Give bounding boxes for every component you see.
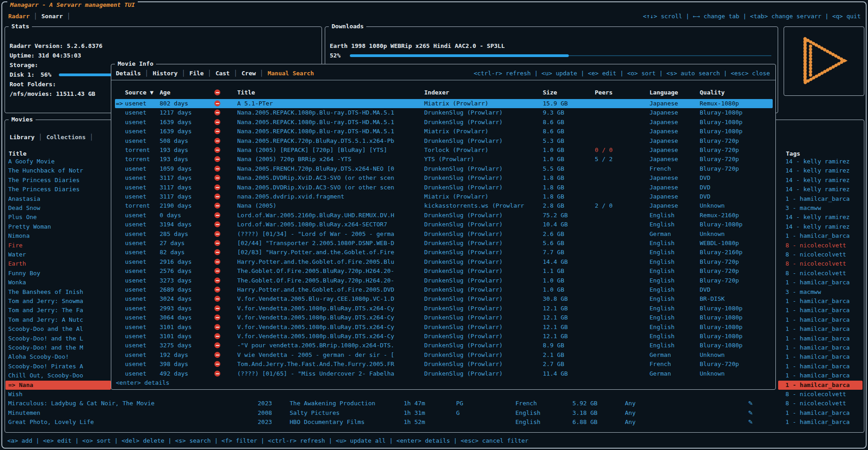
age-column-header[interactable]: Age [160, 88, 170, 97]
release-source: torrent [125, 201, 150, 210]
release-row[interactable]: usenet492 days(????) [01/65] - "Miss Und… [115, 369, 773, 378]
download-percent: 52% [330, 52, 340, 59]
movie-title: The Princess Diaries [8, 185, 80, 194]
release-row[interactable]: usenet1217 daysNana.2005.REPACK.1080p.Bl… [115, 108, 773, 117]
release-row[interactable]: usenet82 days[02/83] "Harry.Potter.and.t… [115, 248, 773, 257]
movie-tag: 14 - kelly ramirez [785, 222, 850, 231]
release-row[interactable]: usenet3064 daysV.for.Vendetta.2005.1080p… [115, 313, 773, 322]
movie-row[interactable]: Great Photo, Lovely Life2023HBO Document… [5, 418, 863, 427]
tab-history[interactable]: History [153, 70, 178, 77]
release-quality: DVD [700, 192, 710, 201]
indexer-column-header[interactable]: Indexer [424, 88, 449, 97]
release-row[interactable]: usenet3101 daysV.for.Vendetta.2005.1080p… [115, 323, 773, 332]
title-column-header[interactable]: Title [237, 88, 255, 97]
release-row[interactable]: usenet3275 days-"V pour vendetta.2005.BR… [115, 341, 773, 350]
release-row[interactable]: usenet3117 daysNana.2005.DVDRip.XviD.AC3… [115, 183, 773, 192]
tab-file[interactable]: File [189, 70, 203, 77]
release-row[interactable]: usenet27 days[02/44] "Transporter 2.2005… [115, 239, 773, 248]
release-row[interactable]: usenet398 daysTom.And.Jerry.The.Fast.And… [115, 360, 773, 369]
release-title: V.for.Vendetta.2005.1080p.BluRay.DTS.x26… [237, 323, 421, 332]
tab-manual-search[interactable]: Manual Search [268, 70, 314, 77]
movie-info-title: Movie Info [115, 60, 156, 68]
servarr-tabs: Radarr│Sonarr│ [8, 12, 75, 21]
movie-title: Scooby-Doo! Pirates A [8, 362, 83, 371]
release-size: 12.1 GB [543, 313, 568, 322]
release-size: 9.3 GB [543, 108, 564, 117]
tab-library[interactable]: Library [10, 134, 35, 141]
rejected-icon [214, 147, 220, 153]
tab-collections[interactable]: Collections [47, 134, 86, 141]
movie-row[interactable]: Wish8 - nicolecolvett [5, 390, 863, 399]
movie-row[interactable]: Minutemen2008Salty Pictures1h 31mGEnglis… [5, 408, 863, 418]
release-size: 12.1 GB [543, 304, 568, 313]
release-quality: Bluray-1080p [700, 304, 743, 313]
tab-details[interactable]: Details [116, 70, 141, 77]
release-peers: 5 / 2 [595, 155, 613, 164]
release-row[interactable]: usenet3101 daysV.for.Vendetta.2005.1080p… [115, 332, 773, 341]
release-row[interactable]: torrent193 daysNana (2005) 720p BRRip x2… [115, 155, 773, 164]
rejected-column-icon [214, 89, 220, 95]
release-row[interactable]: usenet1639 daysNana.2005.REPACK.1080p.Bl… [115, 127, 773, 136]
release-row[interactable]: usenet3117 daysNana.2005.DVDRip.XviD.AC3… [115, 173, 773, 183]
release-row[interactable]: usenet285 days(????) [01/34] - "Lord of … [115, 230, 773, 239]
release-age: 1059 days [160, 164, 192, 173]
monitored-icon[interactable]: ✎ [748, 408, 753, 418]
release-quality: Bluray-720p [700, 257, 739, 267]
rejected-icon [214, 277, 220, 283]
source-column-header[interactable]: Source ▼ [125, 88, 154, 97]
release-title: Nana (2005) [REPACK] [720p] [BluRay] [YT… [237, 146, 421, 155]
release-row[interactable]: usenet0 daysLord.of.War.2005.2160p.BluRa… [115, 211, 773, 220]
radarr-version-row: Radarr Version:5.2.6.8376 [10, 42, 317, 51]
movie-tag: 1 - hamilcar_barca [785, 381, 850, 390]
quality-column-header[interactable]: Quality [700, 88, 725, 97]
size-column-header[interactable]: Size [543, 88, 557, 97]
release-row[interactable]: usenet508 daysNana.2005.REPACK.720p.BluR… [115, 136, 773, 146]
release-quality: DVD [700, 285, 710, 294]
uptime-label: Uptime: [10, 52, 35, 59]
release-row[interactable]: =>usenet802 daysA 5.1-PTerMiatrix (Prowl… [115, 99, 773, 108]
tab-divider: │ [67, 13, 71, 20]
movie-row[interactable]: Miraculous: Ladybug & Cat Noir, The Movi… [5, 399, 863, 408]
release-row[interactable]: usenet192 daysV wie Vendetta - 2005 - ge… [115, 351, 773, 360]
release-row[interactable]: usenet2576 daysThe.Goblet.Of.Fire.2005.B… [115, 267, 773, 276]
release-row[interactable]: usenet3273 daysThe.Goblet.Of.Fire.2005.B… [115, 276, 773, 285]
movie-tag: 14 - kelly ramirez [785, 185, 850, 194]
rejected-icon [214, 296, 220, 302]
release-row[interactable]: usenet1059 daysNana.2005.FRENCH.720p.Blu… [115, 164, 773, 173]
release-quality: Bluray-1080p [700, 313, 743, 322]
release-row[interactable]: usenet2916 daysHarry.Potter.and.the.Gobl… [115, 257, 773, 267]
release-row[interactable]: usenet3194 daysLord.of.War.2005.1080p.Bl… [115, 220, 773, 229]
monitored-icon[interactable]: ✎ [748, 418, 753, 427]
release-indexer: Miatrix (Prowlarr) [424, 192, 540, 201]
tab-radarr[interactable]: Radarr [8, 13, 30, 20]
movie-tag: 14 - kelly ramirez [785, 213, 850, 222]
release-size: 12.1 GB [543, 323, 568, 332]
tab-divider: │ [39, 134, 42, 141]
disk-percent: 56% [41, 70, 51, 79]
tab-cast[interactable]: Cast [215, 70, 229, 77]
tab-sonarr[interactable]: Sonarr [42, 13, 63, 20]
release-title: Harry.Potter.and.the.Goblet.of.Fire.2005… [237, 285, 421, 294]
movie-title: Tom and Jerry: Snowma [8, 297, 83, 306]
language-column-header[interactable]: Language [650, 88, 678, 97]
movie-year: 2008 [258, 408, 272, 418]
release-row[interactable]: usenet2993 daysV.for.Vendetta.2005.1080p… [115, 304, 773, 313]
release-selection-marker: => [116, 99, 123, 108]
movie-title: Tom and Jerry: A Nutc [8, 315, 83, 324]
release-row[interactable]: torrent2190 daysNana (2005)kickasstorren… [115, 201, 773, 210]
release-source: usenet [125, 248, 146, 257]
release-row[interactable]: torrent193 daysNana (2005) [REPACK] [720… [115, 146, 773, 155]
release-row[interactable]: usenet3024 daysV.for.Vendetta.2005.Blu-r… [115, 294, 773, 303]
release-row[interactable]: usenet3117 daysnana.2005.dvdrip.xvid.fra… [115, 192, 773, 201]
release-indexer: DrunkenSlug (Prowlarr) [424, 230, 540, 239]
tab-crew[interactable]: Crew [242, 70, 256, 77]
rejected-icon [214, 268, 220, 274]
release-row[interactable]: usenet1639 daysNana.2005.REPACK.1080p.Bl… [115, 118, 773, 127]
release-size: 1.0 GB [543, 146, 564, 155]
movie-tag: 1 - hamilcar_barca [785, 362, 850, 371]
peers-column-header[interactable]: Peers [595, 88, 613, 97]
monitored-icon[interactable]: ✎ [748, 399, 753, 408]
movie-title: Plus One [8, 213, 37, 222]
movie-tag: 14 - kelly ramirez [785, 157, 850, 166]
release-row[interactable]: usenet2689 daysHarry.Potter.and.the.Gobl… [115, 285, 773, 294]
